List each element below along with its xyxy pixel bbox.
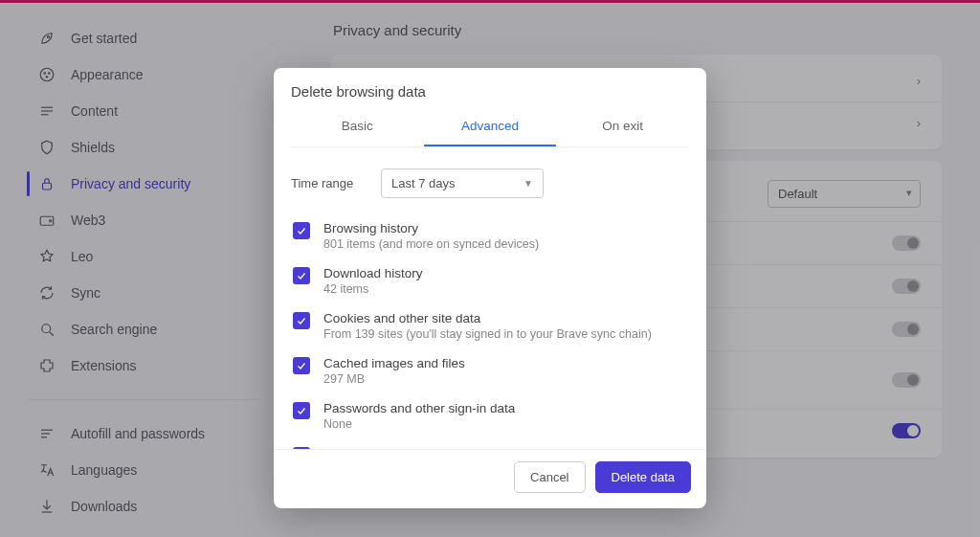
delete-data-button[interactable]: Delete data (595, 461, 692, 493)
data-type-subtitle: 297 MB (323, 372, 465, 386)
modal-overlay[interactable]: Delete browsing data Basic Advanced On e… (0, 3, 980, 537)
checkbox[interactable] (293, 357, 310, 374)
checkbox[interactable] (293, 312, 310, 329)
data-type-row: Browsing history801 items (and more on s… (291, 213, 689, 258)
data-type-row: Cookies and other site dataFrom 139 site… (291, 303, 689, 348)
data-type-title: Cached images and files (323, 356, 465, 370)
checkbox[interactable] (293, 447, 310, 449)
data-type-title: Passwords and other sign-in data (323, 401, 515, 415)
dialog-body: Time range Last 7 days ▼ Browsing histor… (274, 155, 706, 449)
data-type-title: Download history (323, 266, 423, 280)
checkbox[interactable] (293, 222, 310, 239)
tab-basic[interactable]: Basic (291, 109, 424, 146)
data-type-title: Cookies and other site data (323, 311, 652, 325)
cancel-button[interactable]: Cancel (514, 461, 585, 493)
dialog-tabs: Basic Advanced On exit (291, 109, 689, 147)
time-range-label: Time range (291, 176, 368, 190)
data-type-subtitle: From 139 sites (you'll stay signed in to… (323, 327, 652, 341)
data-type-title: Auto-fill form data (323, 446, 459, 449)
checkbox[interactable] (293, 402, 310, 419)
time-range-value: Last 7 days (391, 176, 456, 190)
tab-on-exit[interactable]: On exit (556, 109, 689, 146)
time-range-select[interactable]: Last 7 days ▼ (381, 168, 544, 198)
data-type-row: Auto-fill form data104 suggestions (sync… (291, 438, 689, 449)
dialog-footer: Cancel Delete data (274, 449, 706, 508)
data-type-subtitle: 42 items (323, 282, 423, 296)
data-type-subtitle: 801 items (and more on synced devices) (323, 237, 539, 251)
checkbox[interactable] (293, 267, 310, 284)
delete-browsing-data-dialog: Delete browsing data Basic Advanced On e… (274, 68, 706, 508)
data-type-row: Cached images and files297 MB (291, 348, 689, 393)
dialog-title: Delete browsing data (291, 83, 689, 100)
data-type-subtitle: None (323, 417, 515, 431)
chevron-down-icon: ▼ (523, 178, 533, 189)
tab-advanced[interactable]: Advanced (424, 109, 557, 146)
data-type-title: Browsing history (323, 221, 539, 235)
data-type-row: Passwords and other sign-in dataNone (291, 393, 689, 438)
data-type-row: Download history42 items (291, 258, 689, 303)
